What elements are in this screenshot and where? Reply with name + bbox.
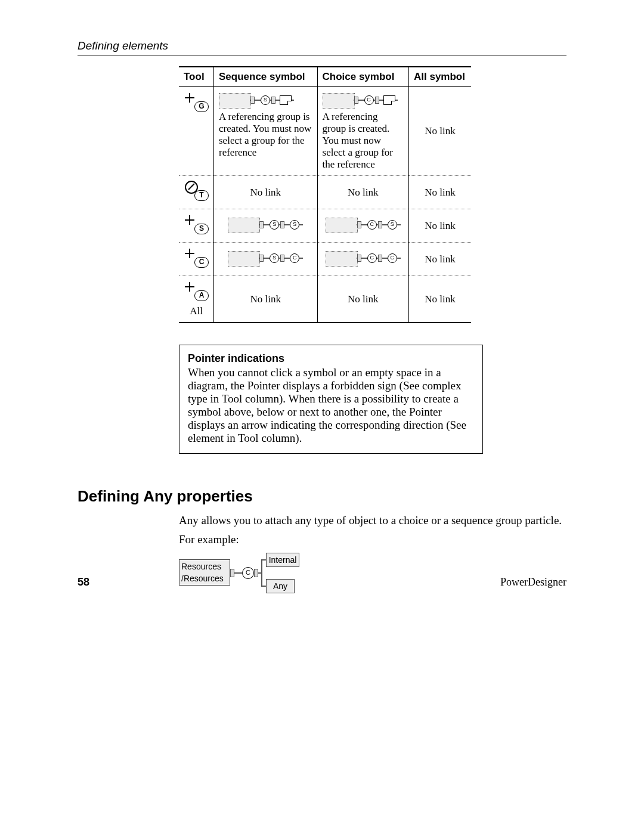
choice-text: A referencing group is created. You must… — [323, 111, 404, 171]
seq-cell: S C — [214, 243, 318, 276]
all-cell: No link — [409, 276, 471, 323]
tool-cell: G — [179, 87, 214, 176]
chain-cc-diagram-icon: C C — [326, 250, 401, 267]
crosshair-c-icon: C — [184, 247, 209, 268]
table-row: A All No link No link No link — [179, 276, 471, 323]
seq-cell: S S — [214, 209, 318, 243]
th-all: All symbol — [409, 67, 471, 87]
ref-choice-diagram-icon: C — [323, 92, 398, 109]
internal-node: Internal — [266, 553, 299, 567]
crosshair-a-icon: A — [184, 281, 209, 301]
note-body: When you cannot click a symbol or an emp… — [188, 366, 474, 445]
choice-cell: No link — [317, 176, 409, 209]
letter-bubble: G — [194, 101, 209, 112]
choice-cell: C C — [317, 243, 409, 276]
table-row: S S S — [179, 209, 471, 243]
choice-cell: C S — [317, 209, 409, 243]
tool-cell: C — [179, 243, 214, 276]
chain-sc-diagram-icon: S C — [228, 250, 303, 267]
chain-ss-diagram-icon: S S — [228, 216, 303, 233]
th-seq: Sequence symbol — [214, 67, 318, 87]
tool-label: All — [184, 305, 209, 317]
tool-cell: T — [179, 176, 214, 209]
section-heading: Defining Any properties — [78, 487, 566, 506]
all-cell: No link — [409, 243, 471, 276]
page-footer: 58 PowerDesigner — [78, 576, 566, 589]
page: Defining elements Tool Sequence symbol C… — [0, 0, 644, 833]
chain-cs-diagram-icon: C S — [326, 216, 401, 233]
seq-cell: No link — [214, 276, 318, 323]
all-cell: No link — [409, 209, 471, 243]
section-p2: For example: — [179, 533, 566, 546]
seq-cell: S A referencing group is created. You mu… — [214, 87, 318, 176]
table-row: C S C — [179, 243, 471, 276]
ref-seq-diagram-icon: S — [219, 92, 294, 109]
table-row: G S A referencing group is created. Yo — [179, 87, 471, 176]
resources-open: Resources — [181, 562, 221, 571]
note-title: Pointer indications — [188, 352, 474, 365]
seq-text: A referencing group is created. You must… — [219, 111, 312, 159]
th-tool: Tool — [179, 67, 214, 87]
pointer-indications-note: Pointer indications When you cannot clic… — [179, 345, 483, 454]
crosshair-g-icon: G — [184, 92, 209, 112]
th-choice: Choice symbol — [317, 67, 409, 87]
section-p1: Any allows you to attach any type of obj… — [179, 514, 566, 527]
seq-cell: No link — [214, 176, 318, 209]
forbidden-t-icon: T — [184, 181, 209, 201]
all-cell: No link — [409, 176, 471, 209]
choice-cell: No link — [317, 276, 409, 323]
tool-cell: A All — [179, 276, 214, 323]
running-head: Defining elements — [78, 39, 566, 55]
all-cell: No link — [409, 87, 471, 176]
tool-cell: S — [179, 209, 214, 243]
choice-cell: C A referencing group is created. You mu… — [317, 87, 409, 176]
page-number: 58 — [78, 576, 89, 589]
crosshair-s-icon: S — [184, 214, 209, 234]
body-column: Tool Sequence symbol Choice symbol All s… — [179, 66, 566, 454]
table-row: T No link No link No link — [179, 176, 471, 209]
product-name: PowerDesigner — [500, 576, 566, 589]
tool-table: Tool Sequence symbol Choice symbol All s… — [179, 66, 471, 323]
